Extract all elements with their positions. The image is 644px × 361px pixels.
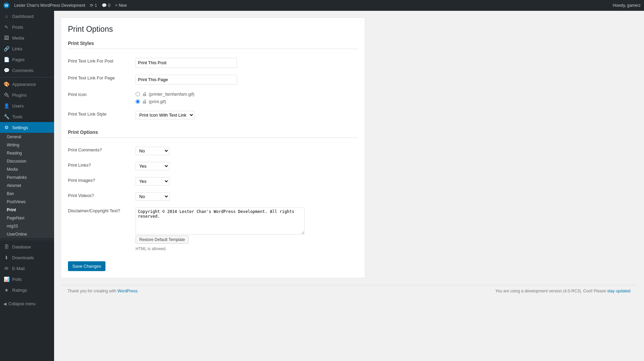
print-images-select[interactable]: Yes No bbox=[136, 177, 169, 186]
sidebar-item-ratings[interactable]: ★ Ratings bbox=[0, 285, 54, 295]
print-icon-radio-1[interactable] bbox=[136, 92, 140, 96]
sidebar-item-dashboard[interactable]: ⌂ Dashboard bbox=[0, 11, 54, 22]
submenu-permalinks[interactable]: Permalinks bbox=[0, 173, 54, 182]
appearance-icon: 🎨 bbox=[3, 81, 9, 87]
footer-stay-updated-link[interactable]: stay updated bbox=[607, 289, 630, 293]
print-icon-radio-item-1: 🖨 (printer_famfamfam.gif) bbox=[136, 91, 355, 97]
sidebar-item-polls[interactable]: 📊 Polls bbox=[0, 274, 54, 285]
submenu-mig33[interactable]: mig33 bbox=[0, 222, 54, 230]
site-name-link[interactable]: Lester Chan's WordPress Development bbox=[14, 3, 85, 8]
table-row-print-icon: Print Icon 🖨 (printer_famfamfam.gif) bbox=[68, 88, 358, 107]
howdy-text: Howdy, gamerz bbox=[613, 3, 641, 8]
submenu-useronline[interactable]: UserOnline bbox=[0, 230, 54, 238]
sidebar-item-comments[interactable]: 💬 Comments bbox=[0, 65, 54, 76]
plugins-icon: 🔌 bbox=[3, 92, 9, 98]
submenu-print[interactable]: Print bbox=[0, 206, 54, 214]
table-row-print-post: Print Text Link For Post bbox=[68, 54, 358, 71]
updates-icon: ⟳ bbox=[90, 3, 93, 8]
sidebar-label-comments: Comments bbox=[12, 68, 33, 73]
save-changes-row: Save Changes bbox=[68, 261, 358, 271]
printer-icon-svg-2: 🖨 bbox=[142, 99, 147, 104]
section-print-styles-title: Print Styles bbox=[68, 41, 358, 49]
printer-icon-svg-1: 🖨 bbox=[142, 91, 147, 97]
links-icon: 🔗 bbox=[3, 46, 9, 51]
wp-logo-icon: W bbox=[3, 2, 9, 8]
sidebar-item-appearance[interactable]: 🎨 Appearance bbox=[0, 79, 54, 90]
sidebar-label-database: Database bbox=[12, 244, 31, 249]
sidebar-item-email[interactable]: ✉ E-Mail bbox=[0, 263, 54, 274]
sidebar-label-downloads: Downloads bbox=[12, 255, 34, 260]
content-wrap: Print Options Print Styles Print Text Li… bbox=[61, 18, 365, 278]
print-page-input[interactable] bbox=[136, 75, 237, 85]
sidebar-label-appearance: Appearance bbox=[12, 82, 36, 87]
print-icon-option2-label: (print.gif) bbox=[149, 99, 166, 104]
sidebar-item-database[interactable]: 🗄 Database bbox=[0, 241, 54, 252]
print-videos-select[interactable]: No Yes bbox=[136, 192, 169, 201]
sidebar-label-tools: Tools bbox=[12, 114, 22, 119]
posts-icon: ✎ bbox=[3, 24, 9, 30]
sidebar-label-email: E-Mail bbox=[12, 266, 25, 271]
save-changes-button[interactable]: Save Changes bbox=[68, 261, 105, 271]
print-options-table: Print Comments? No Yes Print Links? bbox=[68, 143, 358, 255]
sidebar-label-dashboard: Dashboard bbox=[12, 14, 34, 19]
print-icon-label: Print Icon bbox=[68, 92, 87, 97]
disclaimer-textarea[interactable]: Copyright © 2014 Lester Chan's WordPress… bbox=[136, 208, 305, 235]
new-content-link[interactable]: + New bbox=[115, 3, 127, 8]
updates-link[interactable]: ⟳ 1 bbox=[90, 3, 97, 8]
sidebar-item-downloads[interactable]: ⬇ Downloads bbox=[0, 252, 54, 263]
print-style-select-wrapper: Print Icon With Text Link Text Link Only… bbox=[136, 111, 194, 119]
html-note: HTML is allowed. bbox=[136, 246, 355, 251]
tools-icon: 🔧 bbox=[3, 114, 9, 119]
submenu-media[interactable]: Media bbox=[0, 165, 54, 173]
comments-link[interactable]: 💬 0 bbox=[102, 3, 111, 8]
sidebar-item-plugins[interactable]: 🔌 Plugins bbox=[0, 90, 54, 100]
sidebar-item-users[interactable]: 👤 Users bbox=[0, 100, 54, 111]
menu-separator-2 bbox=[0, 240, 54, 240]
admin-menu: ⌂ Dashboard ✎ Posts 🖼 Media 🔗 Links 📄 Pa… bbox=[0, 11, 54, 361]
table-row-disclaimer: Disclaimer/Copyright Text? Copyright © 2… bbox=[68, 204, 358, 255]
downloads-icon: ⬇ bbox=[3, 255, 9, 260]
collapse-menu-label: Collapse menu bbox=[8, 302, 35, 306]
sidebar-item-pages[interactable]: 📄 Pages bbox=[0, 54, 54, 65]
sidebar-item-media[interactable]: 🖼 Media bbox=[0, 32, 54, 43]
print-links-select[interactable]: Yes No bbox=[136, 162, 169, 170]
submenu-discussion[interactable]: Discussion bbox=[0, 157, 54, 165]
submenu-general[interactable]: General bbox=[0, 133, 54, 141]
footer-wp-link[interactable]: WordPress bbox=[117, 289, 137, 293]
submenu-pagenavi[interactable]: PageNavi bbox=[0, 214, 54, 222]
sidebar-item-links[interactable]: 🔗 Links bbox=[0, 43, 54, 54]
print-style-select[interactable]: Print Icon With Text Link Text Link Only… bbox=[136, 111, 194, 119]
sidebar-label-users: Users bbox=[12, 103, 24, 109]
sidebar-item-tools[interactable]: 🔧 Tools bbox=[0, 111, 54, 122]
print-icon-radio-2[interactable] bbox=[136, 99, 140, 104]
submenu-akismet[interactable]: Akismet bbox=[0, 182, 54, 190]
submenu-postviews[interactable]: PostViews bbox=[0, 198, 54, 206]
footer-credit: Thank you for creating with WordPress. bbox=[68, 289, 139, 293]
disclaimer-label: Disclaimer/Copyright Text? bbox=[68, 208, 120, 213]
users-icon: 👤 bbox=[3, 103, 9, 109]
wp-logo-button[interactable]: W bbox=[3, 2, 9, 8]
sidebar-item-settings[interactable]: ⚙ Settings bbox=[0, 122, 54, 133]
submenu-reading[interactable]: Reading bbox=[0, 149, 54, 157]
sidebar-label-media: Media bbox=[12, 35, 24, 41]
database-icon: 🗄 bbox=[3, 244, 9, 249]
comments-menu-icon: 💬 bbox=[3, 68, 9, 73]
submenu-ban[interactable]: Ban bbox=[0, 190, 54, 198]
print-style-label: Print Text Link Style bbox=[68, 112, 106, 117]
sidebar-label-links: Links bbox=[12, 46, 22, 51]
collapse-menu-button[interactable]: ◀ Collapse menu bbox=[0, 299, 54, 309]
sidebar-item-posts[interactable]: ✎ Posts bbox=[0, 22, 54, 32]
print-post-input[interactable] bbox=[136, 58, 237, 68]
submenu-writing[interactable]: Writing bbox=[0, 141, 54, 149]
print-page-label: Print Text Link For Page bbox=[68, 75, 115, 80]
admin-bar: W Lester Chan's WordPress Development ⟳ … bbox=[0, 0, 644, 11]
restore-default-button[interactable]: Restore Default Template bbox=[136, 236, 189, 244]
print-comments-label: Print Comments? bbox=[68, 147, 102, 152]
table-row-print-links: Print Links? Yes No bbox=[68, 159, 358, 174]
main-content: Print Options Print Styles Print Text Li… bbox=[54, 11, 644, 361]
footer-dev-notice: You are using a development version (4.0… bbox=[495, 289, 630, 293]
print-comments-select[interactable]: No Yes bbox=[136, 147, 169, 155]
table-row-print-style: Print Text Link Style Print Icon With Te… bbox=[68, 107, 358, 123]
wp-wrap: ⌂ Dashboard ✎ Posts 🖼 Media 🔗 Links 📄 Pa… bbox=[0, 11, 644, 361]
new-content-label: + New bbox=[115, 3, 127, 8]
